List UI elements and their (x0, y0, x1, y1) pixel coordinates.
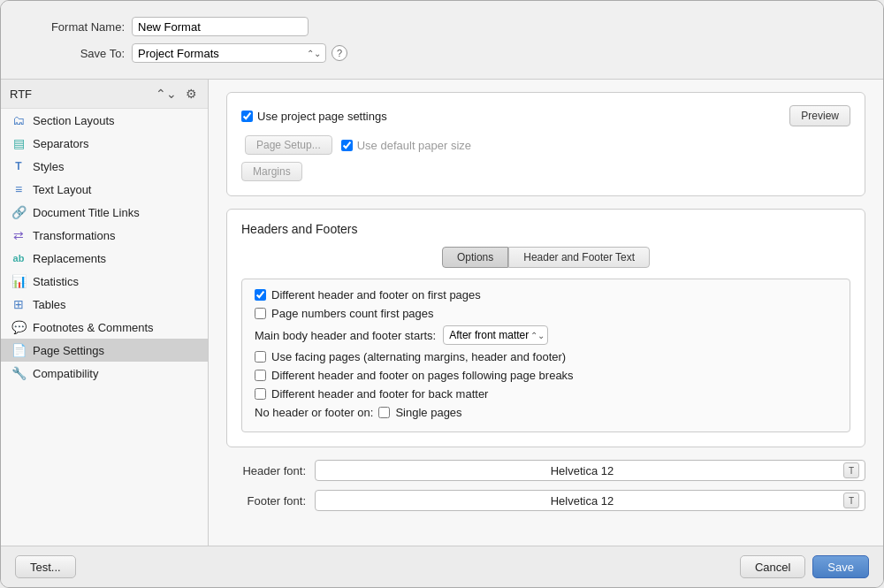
hf-inner: Different header and footer on first pag… (241, 279, 850, 432)
save-to-label: Save To: (27, 47, 125, 60)
use-facing-pages-label: Use facing pages (alternating margins, h… (271, 350, 566, 363)
after-front-matter-select[interactable]: After front matter At first page At begi… (443, 325, 548, 345)
use-default-paper-text: Use default paper size (357, 139, 471, 152)
headers-footers-section: Headers and Footers Options Header and F… (226, 209, 865, 447)
headers-footers-title: Headers and Footers (241, 222, 850, 236)
compatibility-icon: 🔧 (11, 366, 26, 380)
sidebar-item-statistics[interactable]: 📊 Statistics (1, 270, 208, 293)
page-settings-section: Use project page settings Preview Page S… (226, 92, 865, 196)
styles-icon: T (11, 159, 26, 173)
header-font-label: Header font: (226, 464, 306, 477)
section-layouts-icon: 🗂 (11, 113, 26, 127)
page-numbers-first-checkbox[interactable] (255, 308, 266, 319)
sidebar-item-label: Section Layouts (33, 114, 115, 127)
replacements-icon: ab (11, 251, 26, 265)
sidebar-item-label: Text Layout (33, 183, 92, 196)
page-setup-row: Page Setup... Use default paper size (245, 135, 850, 155)
single-pages-label: Single pages (395, 406, 461, 419)
sidebar-item-label: Tables (33, 298, 66, 311)
sidebar-item-label: Transformations (33, 229, 115, 242)
footer-right: Cancel Save (740, 555, 869, 578)
sidebar-up-down-icon[interactable]: ⌃⌄ (154, 85, 179, 103)
sidebar-item-compatibility[interactable]: 🔧 Compatibility (1, 362, 208, 385)
header-font-picker[interactable]: Helvetica 12 T (315, 460, 865, 481)
dialog-footer: Test... Cancel Save (1, 546, 883, 587)
save-to-select[interactable]: Project Formats Global Formats (132, 43, 326, 63)
page-settings-icon: 📄 (11, 343, 26, 357)
sidebar-item-label: Document Title Links (33, 206, 140, 219)
different-header-back-label: Different header and footer for back mat… (271, 387, 488, 401)
test-button[interactable]: Test... (15, 555, 76, 578)
use-project-settings-checkbox[interactable] (241, 111, 253, 122)
use-default-paper-checkbox[interactable] (341, 140, 353, 151)
footer-font-picker-button[interactable]: T (843, 493, 859, 508)
sidebar-item-text-layout[interactable]: ≡ Text Layout (1, 178, 208, 201)
sidebar-header: RTF ⌃⌄ ⚙ (1, 80, 208, 109)
different-header-page-breaks-label: Different header and footer on pages fol… (271, 369, 574, 382)
sidebar-item-page-settings[interactable]: 📄 Page Settings (1, 339, 208, 362)
different-header-first-checkbox[interactable] (255, 289, 266, 301)
sidebar-item-label: Statistics (33, 275, 79, 288)
sidebar-item-tables[interactable]: ⊞ Tables (1, 293, 208, 316)
tables-icon: ⊞ (11, 297, 26, 311)
sidebar-item-label: Page Settings (33, 344, 104, 357)
sidebar-gear-icon[interactable]: ⚙ (184, 85, 199, 103)
use-default-paper-label[interactable]: Use default paper size (341, 139, 471, 152)
statistics-icon: 📊 (11, 274, 26, 288)
main-content: Use project page settings Preview Page S… (209, 80, 883, 546)
tab-header-footer-text[interactable]: Header and Footer Text (508, 247, 650, 268)
page-setup-button[interactable]: Page Setup... (245, 135, 332, 155)
page-numbers-first-label: Page numbers count first pages (271, 307, 434, 320)
sidebar-item-footnotes[interactable]: 💬 Footnotes & Comments (1, 316, 208, 339)
sidebar-item-label: Styles (33, 160, 64, 173)
footer-left: Test... (15, 555, 76, 578)
footer-font-value: Helvetica 12 (321, 494, 843, 508)
doc-title-links-icon: 🔗 (11, 205, 26, 219)
sidebar: RTF ⌃⌄ ⚙ 🗂 Section Layouts ▤ Separators … (1, 80, 209, 546)
footnotes-icon: 💬 (11, 320, 26, 334)
separators-icon: ▤ (11, 136, 26, 150)
sidebar-item-transformations[interactable]: ⇄ Transformations (1, 224, 208, 247)
sidebar-item-replacements[interactable]: ab Replacements (1, 247, 208, 270)
header-font-picker-button[interactable]: T (843, 462, 859, 478)
sidebar-item-separators[interactable]: ▤ Separators (1, 132, 208, 155)
text-layout-icon: ≡ (11, 182, 26, 196)
sidebar-item-label: Compatibility (33, 367, 98, 380)
different-header-page-breaks-checkbox[interactable] (255, 370, 266, 381)
different-header-page-breaks-row: Different header and footer on pages fol… (255, 369, 837, 382)
no-header-label: No header or footer on: (255, 406, 373, 419)
main-body-row: Main body header and footer starts: Afte… (255, 325, 837, 345)
transformations-icon: ⇄ (11, 228, 26, 242)
help-button[interactable]: ? (332, 45, 347, 61)
margins-button[interactable]: Margins (241, 162, 302, 181)
cancel-button[interactable]: Cancel (740, 555, 805, 578)
header-font-value: Helvetica 12 (321, 464, 843, 477)
use-project-settings-text: Use project page settings (257, 110, 387, 123)
preview-button[interactable]: Preview (789, 105, 850, 126)
header-font-row: Header font: Helvetica 12 T (226, 460, 865, 481)
save-button[interactable]: Save (812, 555, 869, 578)
sidebar-item-doc-title-links[interactable]: 🔗 Document Title Links (1, 201, 208, 224)
sidebar-item-styles[interactable]: T Styles (1, 155, 208, 178)
footer-font-picker[interactable]: Helvetica 12 T (315, 490, 865, 511)
different-header-back-checkbox[interactable] (255, 388, 266, 400)
single-pages-checkbox[interactable] (378, 407, 390, 418)
tab-bar: Options Header and Footer Text (241, 247, 850, 268)
tab-options[interactable]: Options (442, 247, 508, 268)
page-numbers-first-row: Page numbers count first pages (255, 307, 837, 320)
sidebar-item-section-layouts[interactable]: 🗂 Section Layouts (1, 109, 208, 132)
sidebar-format-label: RTF (10, 88, 32, 101)
different-header-first-row: Different header and footer on first pag… (255, 288, 837, 302)
use-project-row: Use project page settings Preview (241, 105, 850, 126)
sidebar-item-label: Separators (33, 137, 89, 150)
sidebar-item-label: Replacements (33, 252, 106, 265)
use-facing-pages-checkbox[interactable] (255, 351, 266, 363)
margins-section: Margins (241, 162, 850, 181)
main-body-label: Main body header and footer starts: (255, 329, 436, 342)
format-name-label: Format Name: (27, 20, 125, 34)
save-to-select-wrap: Project Formats Global Formats ⌃⌄ (132, 43, 326, 63)
format-name-input[interactable] (132, 17, 309, 36)
footer-font-row: Footer font: Helvetica 12 T (226, 490, 865, 511)
different-header-first-label: Different header and footer on first pag… (271, 288, 481, 302)
use-project-settings-label[interactable]: Use project page settings (241, 110, 387, 123)
